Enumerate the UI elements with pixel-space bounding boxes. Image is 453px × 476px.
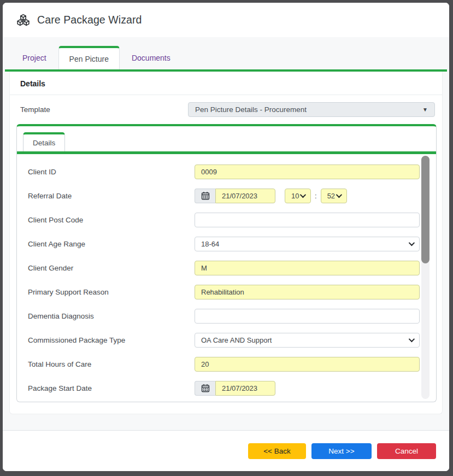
- tab-project[interactable]: Project: [10, 46, 58, 69]
- field-label: Package Start Date: [28, 384, 195, 392]
- date-input[interactable]: [215, 189, 275, 203]
- back-button[interactable]: << Back: [248, 443, 306, 459]
- form-row: Commissioned Package TypeOA Care AND Sup…: [28, 328, 436, 352]
- caret-down-icon: ▼: [422, 107, 428, 113]
- form-scroll-area: Client IDReferral Date10:52Client Post C…: [17, 154, 436, 402]
- inner-tab-details[interactable]: Details: [23, 132, 65, 151]
- text-input[interactable]: [195, 285, 420, 299]
- field-control: 10:52: [195, 189, 420, 203]
- form-rows: Client IDReferral Date10:52Client Post C…: [28, 160, 436, 400]
- body-spacer: [3, 414, 449, 430]
- tab-content-card: Details Template Pen Picture Details - P…: [9, 72, 443, 414]
- page-title: Care Package Wizard: [37, 14, 142, 26]
- form-row: Referral Date10:52: [28, 184, 436, 208]
- field-label: Total Hours of Care: [28, 360, 195, 368]
- scrollbar-track[interactable]: [421, 156, 430, 399]
- select-value: 52: [327, 192, 336, 200]
- field-label: Client ID: [28, 168, 195, 176]
- form-row: Client ID: [28, 160, 436, 184]
- section-heading: Details: [20, 79, 432, 88]
- form-row: Client Post Code: [28, 208, 436, 232]
- field-control: [195, 213, 420, 227]
- chevron-down-icon: [336, 192, 342, 198]
- calendar-button[interactable]: [195, 381, 215, 396]
- cubes-icon: [16, 13, 31, 27]
- scrollbar-thumb[interactable]: [421, 156, 430, 263]
- date-group: 10:52: [195, 189, 347, 203]
- next-button[interactable]: Next >>: [311, 443, 372, 459]
- template-select[interactable]: Pen Picture Details - Procurement ▼: [188, 102, 435, 117]
- text-input[interactable]: [195, 261, 420, 275]
- form-row: Dementia Diagnosis: [28, 304, 436, 328]
- text-input[interactable]: [195, 357, 420, 372]
- template-select-value: Pen Picture Details - Procurement: [195, 105, 422, 114]
- field-control: OA Care AND Support: [195, 333, 420, 348]
- field-label: Referral Date: [28, 192, 195, 200]
- modal-header: Care Package Wizard: [3, 3, 449, 37]
- tab-pen-picture[interactable]: Pen Picture: [58, 46, 120, 69]
- template-label: Template: [20, 105, 188, 114]
- select-value: OA Care AND Support: [201, 336, 409, 344]
- field-label: Primary Support Reason: [28, 288, 195, 296]
- date-input[interactable]: [215, 381, 275, 396]
- calendar-button[interactable]: [195, 189, 215, 203]
- date-group: [195, 381, 275, 396]
- chevron-down-icon: [409, 240, 415, 246]
- section-header: Details: [10, 72, 442, 95]
- field-control: [195, 261, 420, 275]
- modal-footer: << Back Next >> Cancel: [3, 430, 449, 471]
- chevron-down-icon: [300, 192, 306, 198]
- calendar-icon: [201, 191, 210, 200]
- field-control: [195, 309, 420, 324]
- field-label: Client Age Range: [28, 240, 195, 248]
- form-row: Package Start Date: [28, 376, 436, 400]
- select-value: 18-64: [201, 240, 409, 248]
- select-input[interactable]: OA Care AND Support: [195, 333, 420, 348]
- field-label: Client Gender: [28, 264, 195, 272]
- field-control: [195, 285, 420, 299]
- field-label: Client Post Code: [28, 216, 195, 224]
- hour-select[interactable]: 10: [285, 189, 311, 203]
- tab-documents[interactable]: Documents: [120, 46, 183, 69]
- field-label: Dementia Diagnosis: [28, 312, 195, 320]
- template-row: Template Pen Picture Details - Procureme…: [10, 95, 442, 124]
- chevron-down-icon: [409, 336, 415, 342]
- text-input[interactable]: [195, 213, 420, 227]
- wizard-tabstrip: Project Pen Picture Documents: [3, 37, 449, 69]
- field-control: 18-64: [195, 237, 420, 251]
- field-control: [195, 164, 420, 179]
- pen-picture-panel: Details Client IDReferral Date10:52Clien…: [16, 124, 437, 402]
- field-label: Commissioned Package Type: [28, 336, 195, 344]
- select-input[interactable]: 18-64: [195, 237, 420, 251]
- modal-body: Project Pen Picture Documents Details Te…: [3, 37, 449, 430]
- field-control: [195, 381, 420, 396]
- care-package-wizard-modal: Care Package Wizard Project Pen Picture …: [3, 3, 449, 471]
- text-input[interactable]: [195, 309, 420, 324]
- time-separator: :: [315, 192, 317, 200]
- text-input[interactable]: [195, 164, 420, 179]
- form-row: Primary Support Reason: [28, 280, 436, 304]
- inner-tabstrip: Details: [17, 126, 436, 151]
- calendar-icon: [201, 384, 210, 392]
- minute-select[interactable]: 52: [321, 189, 347, 203]
- form-row: Client Gender: [28, 256, 436, 280]
- cancel-button[interactable]: Cancel: [377, 443, 436, 459]
- select-value: 10: [291, 192, 300, 200]
- form-row: Client Age Range18-64: [28, 232, 436, 256]
- field-control: [195, 357, 420, 372]
- form-row: Total Hours of Care: [28, 352, 436, 376]
